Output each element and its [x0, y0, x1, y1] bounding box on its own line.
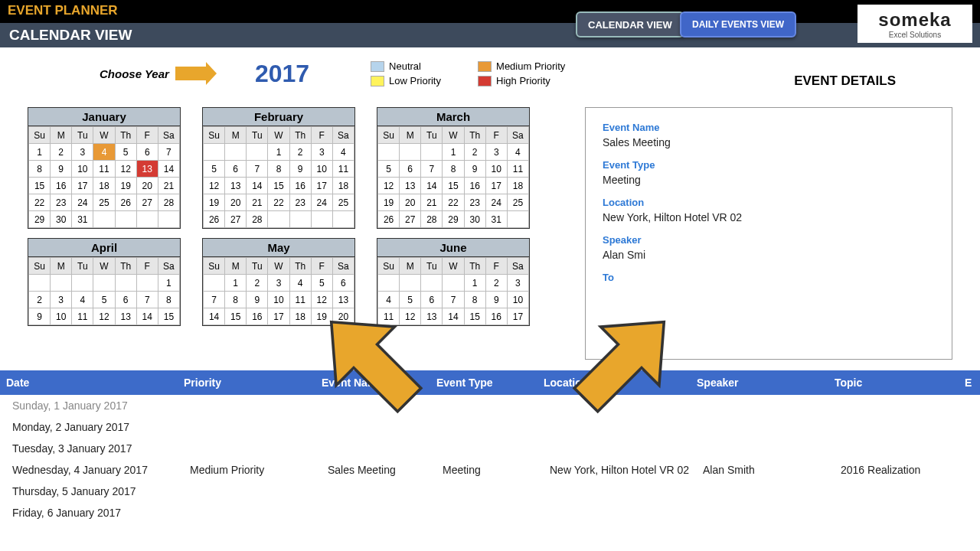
day-cell[interactable]: 8	[29, 161, 51, 178]
day-cell[interactable]: 6	[136, 144, 158, 161]
day-cell[interactable]: 9	[289, 161, 311, 178]
day-cell[interactable]: 1	[464, 275, 485, 292]
day-cell[interactable]: 21	[247, 194, 268, 211]
day-cell[interactable]: 13	[115, 308, 136, 325]
day-cell[interactable]: 31	[485, 211, 507, 228]
day-cell[interactable]: 11	[332, 161, 354, 178]
day-cell[interactable]: 5	[115, 144, 136, 161]
day-cell[interactable]: 14	[158, 161, 179, 178]
day-cell[interactable]: 30	[464, 211, 485, 228]
day-cell[interactable]: 10	[485, 161, 507, 178]
day-cell[interactable]: 16	[289, 178, 311, 194]
day-cell[interactable]: 15	[443, 178, 464, 194]
table-row[interactable]: Sunday, 1 January 2017	[0, 395, 980, 416]
day-cell[interactable]: 22	[443, 194, 464, 211]
day-cell[interactable]: 9	[485, 292, 507, 308]
day-cell[interactable]: 15	[268, 178, 289, 194]
year-value[interactable]: 2017	[255, 60, 309, 88]
day-cell[interactable]: 5	[311, 275, 332, 292]
day-cell[interactable]: 1	[443, 144, 464, 161]
day-cell[interactable]: 12	[378, 178, 400, 194]
day-cell[interactable]: 3	[268, 275, 289, 292]
table-row[interactable]: Wednesday, 4 January 2017Medium Priority…	[0, 459, 980, 481]
day-cell[interactable]: 16	[485, 308, 507, 325]
day-cell[interactable]: 15	[158, 308, 179, 325]
day-cell[interactable]: 26	[115, 194, 136, 211]
day-cell[interactable]: 23	[289, 194, 311, 211]
day-cell[interactable]: 26	[204, 211, 225, 228]
day-cell[interactable]: 19	[378, 194, 400, 211]
day-cell[interactable]: 9	[51, 161, 72, 178]
day-cell[interactable]: 20	[400, 194, 421, 211]
day-cell[interactable]: 2	[247, 275, 268, 292]
day-cell[interactable]: 31	[72, 211, 93, 228]
table-row[interactable]: Thursday, 5 January 2017	[0, 481, 980, 502]
day-cell[interactable]: 21	[158, 178, 179, 194]
day-cell[interactable]: 2	[29, 292, 51, 308]
day-cell[interactable]: 21	[421, 194, 443, 211]
day-cell[interactable]	[204, 144, 225, 161]
day-cell[interactable]: 5	[378, 161, 400, 178]
day-cell[interactable]	[158, 211, 179, 228]
day-cell[interactable]: 9	[464, 161, 485, 178]
day-cell[interactable]: 28	[421, 211, 443, 228]
day-cell[interactable]: 3	[51, 292, 72, 308]
day-cell[interactable]: 3	[72, 144, 93, 161]
day-cell[interactable]	[204, 275, 225, 292]
day-cell[interactable]: 18	[332, 178, 354, 194]
day-cell[interactable]: 16	[51, 178, 72, 194]
day-cell[interactable]: 17	[485, 178, 507, 194]
day-cell[interactable]: 4	[289, 275, 311, 292]
day-cell[interactable]: 27	[400, 211, 421, 228]
day-cell[interactable]: 7	[421, 161, 443, 178]
day-cell[interactable]	[507, 211, 528, 228]
day-cell[interactable]: 7	[204, 292, 225, 308]
day-cell[interactable]: 22	[268, 194, 289, 211]
day-cell[interactable]: 29	[443, 211, 464, 228]
day-cell[interactable]: 22	[29, 194, 51, 211]
day-cell[interactable]: 7	[247, 161, 268, 178]
day-cell[interactable]: 29	[29, 211, 51, 228]
day-cell[interactable]: 11	[507, 161, 528, 178]
day-cell[interactable]: 23	[464, 194, 485, 211]
day-cell[interactable]: 14	[204, 308, 225, 325]
day-cell[interactable]: 8	[225, 292, 247, 308]
day-cell[interactable]: 15	[464, 308, 485, 325]
day-cell[interactable]: 16	[247, 308, 268, 325]
table-row[interactable]: Friday, 6 January 2017	[0, 502, 980, 523]
day-cell[interactable]: 25	[332, 194, 354, 211]
day-cell[interactable]: 13	[225, 178, 247, 194]
day-cell[interactable]: 1	[268, 144, 289, 161]
day-cell[interactable]: 25	[507, 194, 528, 211]
day-cell[interactable]: 14	[247, 178, 268, 194]
day-cell[interactable]: 20	[136, 178, 158, 194]
day-cell[interactable]: 10	[51, 308, 72, 325]
day-cell[interactable]	[72, 275, 93, 292]
day-cell[interactable]	[443, 275, 464, 292]
day-cell[interactable]: 6	[332, 275, 354, 292]
day-cell[interactable]: 11	[72, 308, 93, 325]
day-cell[interactable]	[115, 275, 136, 292]
table-row[interactable]: Tuesday, 3 January 2017	[0, 438, 980, 459]
day-cell[interactable]: 8	[464, 292, 485, 308]
day-cell[interactable]: 19	[204, 194, 225, 211]
day-cell[interactable]	[421, 275, 443, 292]
day-cell[interactable]: 24	[72, 194, 93, 211]
day-cell[interactable]: 1	[225, 275, 247, 292]
calendar-view-button[interactable]: CALENDAR VIEW	[576, 11, 684, 37]
day-cell[interactable]: 3	[485, 144, 507, 161]
day-cell[interactable]: 25	[93, 194, 115, 211]
day-cell[interactable]: 14	[443, 308, 464, 325]
day-cell[interactable]: 1	[158, 275, 179, 292]
day-cell[interactable]	[268, 211, 289, 228]
day-cell[interactable]: 18	[93, 178, 115, 194]
day-cell[interactable]: 17	[268, 308, 289, 325]
day-cell[interactable]: 10	[268, 292, 289, 308]
day-cell[interactable]: 4	[332, 144, 354, 161]
day-cell[interactable]: 8	[268, 161, 289, 178]
day-cell[interactable]: 4	[72, 292, 93, 308]
day-cell[interactable]	[311, 211, 332, 228]
day-cell[interactable]: 18	[507, 178, 528, 194]
day-cell[interactable]: 12	[93, 308, 115, 325]
day-cell[interactable]: 28	[247, 211, 268, 228]
